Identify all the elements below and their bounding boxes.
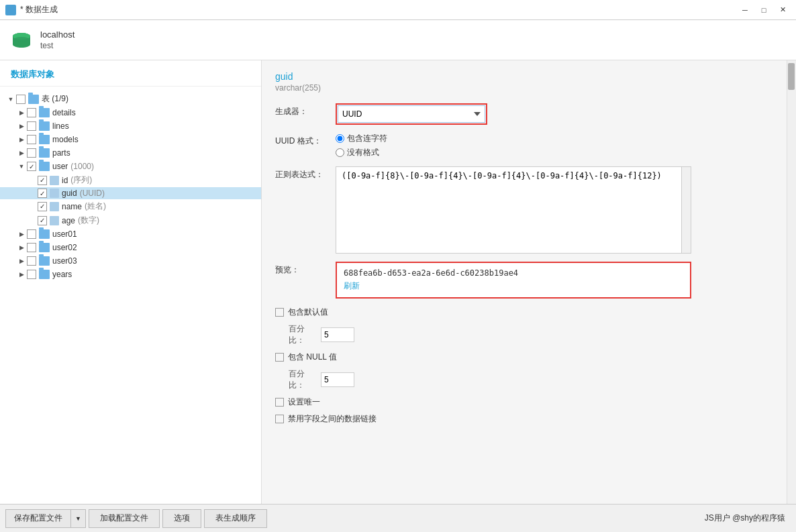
tree-item-details[interactable]: ▶details — [0, 106, 261, 119]
tree-arrow[interactable]: ▶ — [16, 107, 27, 118]
titlebar-controls: ─ □ ✕ — [737, 3, 791, 17]
tree-sublabel: (姓名) — [85, 201, 106, 212]
no-link-checkbox[interactable] — [275, 415, 284, 423]
tree-arrow[interactable]: ▶ — [16, 242, 27, 253]
tree-item-user[interactable]: ▼user(1000) — [0, 160, 261, 173]
tree-arrow[interactable]: ▶ — [16, 269, 27, 280]
unique-row: 设置唯一 — [275, 396, 773, 408]
regex-content — [336, 166, 773, 254]
maximize-button[interactable]: □ — [756, 3, 772, 17]
tree-label: age — [62, 216, 75, 225]
server-name: localhost — [40, 30, 74, 40]
tree-label: details — [52, 108, 76, 117]
tree-item-user-id[interactable]: id(序列) — [0, 173, 261, 187]
tree-arrow[interactable]: ▶ — [16, 121, 27, 131]
folder-icon — [28, 95, 39, 104]
include-default-row: 包含默认值 — [275, 307, 773, 318]
tree-item-user01[interactable]: ▶user01 — [0, 227, 261, 241]
generator-select[interactable]: UUID 正则表达式 随机字符串 固定值 — [338, 105, 485, 123]
tree-checkbox-user-guid[interactable] — [38, 189, 47, 198]
tree-arrow[interactable]: ▶ — [16, 134, 27, 145]
tree-checkbox-years[interactable] — [27, 270, 36, 279]
titlebar-left: * 数据生成 — [5, 4, 58, 15]
folder-icon — [39, 148, 50, 158]
regex-input[interactable] — [336, 167, 691, 253]
load-config-button[interactable]: 加载配置文件 — [89, 509, 160, 528]
tree-label: id — [62, 176, 68, 185]
close-button[interactable]: ✕ — [775, 3, 791, 17]
server-icon — [11, 30, 32, 51]
field-title: guid — [275, 71, 773, 82]
tree-label: user03 — [52, 256, 77, 266]
folder-icon — [39, 229, 50, 239]
app-icon — [5, 5, 16, 15]
tree-checkbox-lines[interactable] — [27, 121, 36, 131]
percent2-label: 百分比： — [289, 368, 315, 391]
tree-checkbox-user-name[interactable] — [38, 202, 47, 211]
uuid-option2-radio[interactable] — [336, 148, 344, 157]
tree-label: guid — [62, 189, 77, 198]
tree-sublabel: (1000) — [70, 162, 94, 171]
order-button[interactable]: 表生成顺序 — [204, 509, 267, 528]
percent1-label: 百分比： — [289, 323, 315, 346]
uuid-option1-radio[interactable] — [336, 134, 344, 143]
tree-item-years[interactable]: ▶years — [0, 268, 261, 281]
include-default-checkbox[interactable] — [275, 308, 284, 317]
sidebar: 数据库对象 ▼表 (1/9)▶details▶lines▶models▶part… — [0, 60, 262, 504]
include-null-row: 包含 NULL 值 — [275, 352, 773, 363]
tree-checkbox-user-age[interactable] — [38, 216, 47, 225]
tree-arrow[interactable]: ▼ — [5, 94, 16, 105]
tree-label: parts — [52, 148, 70, 158]
uuid-format-content: 包含连字符 没有格式 — [336, 133, 773, 158]
tree-checkbox-user02[interactable] — [27, 243, 36, 252]
tree-checkbox-user[interactable] — [27, 162, 36, 171]
right-outer: guid varchar(255) 生成器： UUID 正则表达式 随机字符串 … — [262, 60, 796, 504]
tree-item-user-guid[interactable]: guid(UUID) — [0, 187, 261, 199]
tree-label: user01 — [52, 229, 77, 239]
save-main[interactable]: 保存配置文件 — [5, 509, 70, 528]
tree-item-tables[interactable]: ▼表 (1/9) — [0, 92, 261, 106]
save-arrow[interactable]: ▼ — [70, 509, 86, 528]
tree-arrow[interactable]: ▶ — [16, 229, 27, 240]
minimize-button[interactable]: ─ — [737, 3, 753, 17]
preview-refresh[interactable]: 刷新 — [344, 280, 683, 292]
folder-icon — [39, 108, 50, 117]
generator-row: 生成器： UUID 正则表达式 随机字符串 固定值 — [275, 103, 773, 125]
tree-label: models — [52, 135, 79, 144]
tree-checkbox-user01[interactable] — [27, 229, 36, 239]
uuid-option2-label[interactable]: 没有格式 — [336, 147, 773, 158]
include-null-label: 包含 NULL 值 — [288, 352, 337, 363]
tree-checkbox-parts[interactable] — [27, 148, 36, 158]
include-null-checkbox[interactable] — [275, 353, 284, 362]
tree-item-user02[interactable]: ▶user02 — [0, 241, 261, 254]
tree-checkbox-details[interactable] — [27, 108, 36, 117]
tree-arrow[interactable]: ▶ — [16, 256, 27, 266]
sidebar-tree[interactable]: ▼表 (1/9)▶details▶lines▶models▶parts▼user… — [0, 87, 261, 504]
toolbar: 保存配置文件 ▼ 加载配置文件 选项 表生成顺序 JS用户 @shy的程序猿 — [0, 504, 796, 532]
tree-checkbox-user03[interactable] — [27, 256, 36, 266]
regex-scrollbar[interactable] — [681, 167, 691, 253]
tree-item-lines[interactable]: ▶lines — [0, 119, 261, 133]
tree-item-user-age[interactable]: age(数字) — [0, 213, 261, 227]
tree-arrow[interactable]: ▼ — [16, 161, 27, 172]
right-scrollbar[interactable] — [787, 60, 796, 504]
tree-checkbox-user-id[interactable] — [38, 176, 47, 185]
no-link-label: 禁用字段之间的数据链接 — [288, 413, 377, 425]
unique-checkbox[interactable] — [275, 398, 284, 407]
uuid-option1-label[interactable]: 包含连字符 — [336, 133, 773, 144]
uuid-option2-text: 没有格式 — [347, 147, 379, 158]
tree-label: user — [52, 162, 68, 171]
options-button[interactable]: 选项 — [162, 509, 201, 528]
tree-checkbox-models[interactable] — [27, 135, 36, 144]
tree-item-parts[interactable]: ▶parts — [0, 146, 261, 160]
tree-item-user03[interactable]: ▶user03 — [0, 254, 261, 268]
percent1-input[interactable] — [321, 327, 354, 342]
tree-item-models[interactable]: ▶models — [0, 133, 261, 146]
tree-item-user-name[interactable]: name(姓名) — [0, 199, 261, 213]
serverbar: localhost test — [0, 20, 796, 60]
percent2-input[interactable] — [321, 372, 354, 387]
tree-checkbox-tables[interactable] — [16, 95, 26, 104]
folder-icon — [39, 135, 50, 144]
tree-arrow[interactable]: ▶ — [16, 148, 27, 158]
save-config-button[interactable]: 保存配置文件 ▼ — [5, 509, 86, 528]
